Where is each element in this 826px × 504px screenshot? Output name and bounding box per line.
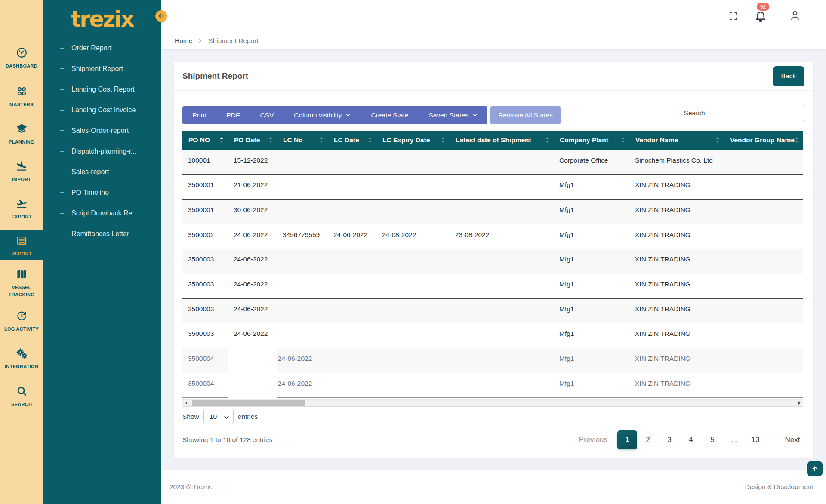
column-header-po-date[interactable]: PO Date bbox=[228, 131, 277, 150]
column-header-company-plant[interactable]: Company Plant bbox=[554, 131, 629, 150]
cell-vendor-name: XIN ZIN TRADING bbox=[629, 298, 724, 323]
print-button[interactable]: Print bbox=[182, 106, 216, 124]
notification-count-badge[interactable]: 92 bbox=[757, 3, 769, 11]
dash-bullet-icon bbox=[60, 48, 64, 49]
page-length-select[interactable]: 10 bbox=[203, 409, 234, 424]
sidebar-item-remittances-letter[interactable]: Remittances Letter bbox=[43, 224, 161, 244]
cell-po-date: 24-06-2022 bbox=[228, 274, 277, 298]
table-row[interactable]: 350000324-06-2022Mfg1XIN ZIN TRADING bbox=[182, 249, 803, 274]
cell-po-date: 24-06-2022 bbox=[228, 224, 277, 249]
column-header-lc-expiry-date[interactable]: LC Expiry Date bbox=[376, 131, 450, 150]
cell-latest-date-of-shipment bbox=[450, 348, 554, 373]
notifications-bell-icon[interactable] bbox=[755, 10, 766, 22]
table-row[interactable]: 350000121-06-2022Mfg1XIN ZIN TRADING bbox=[182, 175, 803, 200]
cell-lc-expiry-date bbox=[376, 323, 450, 348]
pdf-button[interactable]: PDF bbox=[216, 106, 250, 124]
pagination-page-2[interactable]: 2 bbox=[637, 430, 659, 449]
fullscreen-icon[interactable] bbox=[728, 10, 740, 22]
table-row[interactable]: 350000324-06-2022Mfg1XIN ZIN TRADING bbox=[182, 274, 803, 298]
pagination-page-1[interactable]: 1 bbox=[617, 430, 637, 449]
rail-item-search[interactable]: SEARCH bbox=[0, 382, 43, 411]
create-state-button[interactable]: Create State bbox=[361, 106, 419, 124]
cell-lc-date bbox=[328, 298, 376, 323]
table-row[interactable]: 350000324-06-2022Mfg1XIN ZIN TRADING bbox=[182, 298, 803, 323]
plane-landing-icon bbox=[16, 157, 28, 172]
sidebar-item-shipment-report[interactable]: Shipment Report bbox=[43, 58, 161, 79]
pagination-ellipsis[interactable]: ... bbox=[723, 430, 745, 449]
rail-item-import[interactable]: IMPORT bbox=[0, 157, 43, 186]
column-header-lc-date[interactable]: LC Date bbox=[328, 131, 376, 150]
rail-item-integration[interactable]: INTEGRATION bbox=[0, 344, 43, 373]
cell-po-date: 24-06-2022 bbox=[228, 323, 277, 348]
pagination-page-4[interactable]: 4 bbox=[680, 430, 702, 449]
column-header-latest-date-of-shipment[interactable]: Latest date of Shipment bbox=[450, 131, 554, 150]
sidebar-item-sales-report[interactable]: Sales-report bbox=[43, 162, 161, 182]
column-header-vendor-name[interactable]: Vendor Name bbox=[629, 131, 724, 150]
cell-latest-date-of-shipment bbox=[450, 323, 554, 348]
pagination-page-3[interactable]: 3 bbox=[659, 430, 680, 449]
sidebar-collapse-button[interactable] bbox=[155, 10, 167, 22]
sidebar-item-dispatch-planning-r[interactable]: Dispatch-planning-r... bbox=[43, 141, 161, 162]
column-header-lc-no[interactable]: LC No bbox=[277, 131, 328, 150]
table-row[interactable]: 350000130-06-2022Mfg1XIN ZIN TRADING bbox=[182, 199, 803, 224]
table-row[interactable]: 350000324-06-2022Mfg1XIN ZIN TRADING bbox=[182, 323, 803, 348]
sidebar-item-label: Landing Cost Invoice bbox=[71, 106, 136, 114]
table-row[interactable]: 10000115-12-2022Corporate OfficeSinochem… bbox=[182, 150, 803, 175]
dash-bullet-icon bbox=[60, 130, 64, 131]
table-row[interactable]: 350000224-06-2022345677955924-06-202224-… bbox=[182, 224, 803, 249]
column-header-vendor-group-name[interactable]: Vendor Group Name bbox=[724, 131, 803, 150]
rail-item-label: LOG ACTIVITY bbox=[4, 326, 39, 333]
rail-item-label: IMPORT bbox=[12, 176, 31, 183]
scrollbar-right-arrow-icon[interactable] bbox=[796, 400, 803, 406]
cell-lc-date bbox=[328, 150, 376, 175]
remove-all-states-button[interactable]: Remove All States bbox=[490, 106, 561, 124]
horizontal-scrollbar[interactable] bbox=[182, 399, 803, 406]
column-header-po-no[interactable]: PO NO bbox=[182, 131, 228, 150]
footer-credit: Design & Development bbox=[745, 483, 813, 491]
scrollbar-left-arrow-icon[interactable] bbox=[182, 400, 190, 406]
cell-po-date: 30-06-2022 bbox=[228, 199, 277, 224]
cell-lc-expiry-date bbox=[376, 249, 450, 274]
csv-button[interactable]: CSV bbox=[250, 106, 284, 124]
sidebar-item-order-report[interactable]: Order Report bbox=[43, 38, 161, 58]
sidebar-item-landing-cost-report[interactable]: Landing Cost Report bbox=[43, 79, 161, 100]
rail-item-export[interactable]: EXPORT bbox=[0, 195, 43, 223]
cell-company-plant: Mfg1 bbox=[554, 175, 629, 200]
sidebar-item-sales-order-report[interactable]: Sales-Order-report bbox=[43, 120, 161, 141]
cell-lc-date bbox=[328, 323, 376, 348]
sidebar-item-label: PO Timeline bbox=[71, 189, 109, 197]
column-visibility-button[interactable]: Column visibility bbox=[284, 106, 361, 124]
saved-states-button[interactable]: Saved States bbox=[419, 106, 487, 124]
breadcrumb-home-link[interactable]: Home bbox=[175, 37, 192, 45]
pagination-page-5[interactable]: 5 bbox=[702, 430, 723, 449]
pagination-previous[interactable]: Previous bbox=[579, 430, 607, 449]
rail-item-masters[interactable]: MASTERS bbox=[0, 83, 43, 111]
pagination-next[interactable]: Next bbox=[780, 430, 804, 449]
page-length-control: Show 10 entries bbox=[182, 408, 804, 425]
search-input[interactable] bbox=[711, 105, 804, 121]
table-row[interactable]: 350000424-06-2022Mfg1XIN ZIN TRADING bbox=[182, 348, 803, 373]
gears-icon bbox=[16, 344, 28, 359]
sidebar-item-script-drawback-re[interactable]: Script Drawback Re... bbox=[43, 203, 161, 224]
sidebar-item-po-timeline[interactable]: PO Timeline bbox=[43, 182, 161, 203]
scrollbar-thumb[interactable] bbox=[192, 400, 305, 406]
rail-item-log-activity[interactable]: LOG ACTIVITY bbox=[0, 307, 43, 335]
rail-item-planning[interactable]: PLANNING bbox=[0, 120, 43, 148]
sort-arrows-icon bbox=[546, 137, 549, 143]
rail-item-dashboard[interactable]: DASHBOARD bbox=[0, 44, 43, 72]
scroll-to-top-button[interactable] bbox=[807, 461, 823, 476]
user-profile-icon[interactable] bbox=[789, 9, 800, 21]
cell-po-no: 3500004 bbox=[182, 348, 228, 373]
cell-po-no: 3500001 bbox=[182, 199, 228, 224]
pagination-page-13[interactable]: 13 bbox=[745, 430, 766, 449]
cell-po-date: 24-06-2022 bbox=[228, 249, 277, 274]
rail-item-label: VESSELTRACKING bbox=[9, 284, 34, 298]
rail-item-vessel-tracking[interactable]: VESSELTRACKING bbox=[0, 265, 43, 300]
sidebar-item-landing-cost-invoice[interactable]: Landing Cost Invoice bbox=[43, 100, 161, 120]
rail-item-report[interactable]: REPORT bbox=[0, 230, 43, 260]
arrow-up-icon bbox=[811, 465, 818, 472]
table-row[interactable]: 350000424-06-2022Mfg1XIN ZIN TRADING bbox=[182, 373, 803, 398]
report-news-icon bbox=[16, 230, 28, 246]
sidebar-item-label: Order Report bbox=[71, 44, 111, 52]
back-button[interactable]: Back bbox=[773, 66, 804, 86]
